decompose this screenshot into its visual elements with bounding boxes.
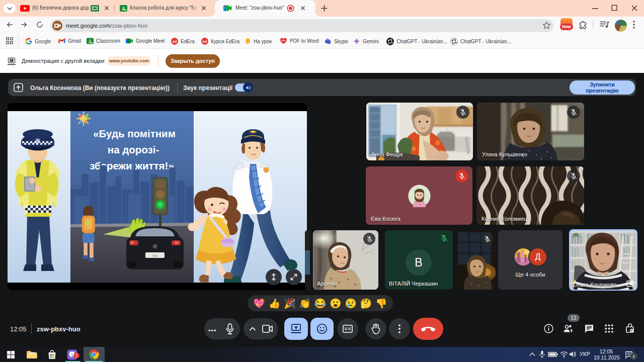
svg-text:на дорозі-: на дорозі-	[108, 144, 159, 155]
svg-text:Kia: Kia	[152, 254, 157, 257]
svg-text:«Будь помітним: «Будь помітним	[93, 128, 176, 139]
